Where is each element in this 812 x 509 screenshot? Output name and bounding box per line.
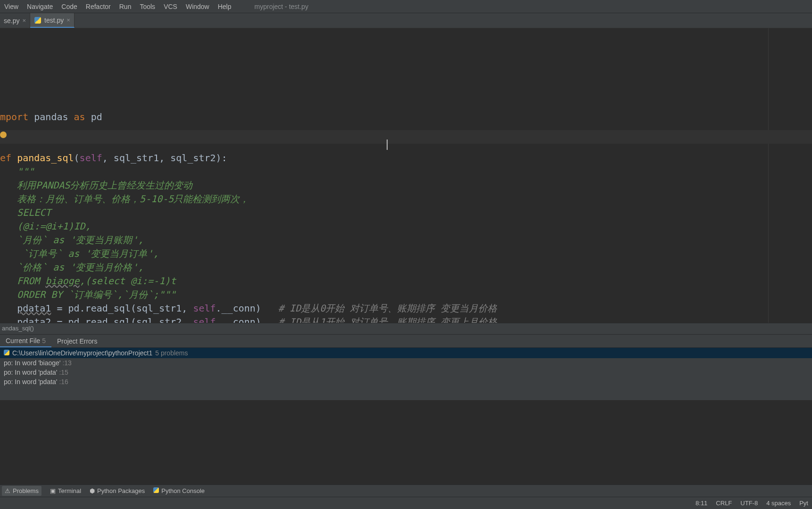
menu-help[interactable]: Help xyxy=(214,1,236,12)
python-file-icon xyxy=(34,16,41,24)
status-encoding[interactable]: UTF-8 xyxy=(740,500,758,507)
status-indent[interactable]: 4 spaces xyxy=(766,500,791,507)
editor-tabs: se.py × test.py × xyxy=(0,13,812,28)
menu-bar: View Navigate Code Refactor Run Tools VC… xyxy=(0,0,812,13)
terminal-icon: ▣ xyxy=(50,487,56,494)
problem-item[interactable]: po: In word 'pdata' :15 xyxy=(0,368,812,377)
packages-icon: ⬢ xyxy=(90,487,95,494)
close-icon[interactable]: × xyxy=(22,17,26,24)
tool-terminal[interactable]: ▣ Terminal xyxy=(50,487,81,494)
code-editor[interactable]: mport pandas as pd ef pandas_sql(self, s… xyxy=(0,28,812,323)
tool-python-console[interactable]: Python Console xyxy=(153,487,205,494)
problems-count-badge: 5 xyxy=(42,337,46,345)
status-bar: 8:11 CRLF UTF-8 4 spaces Pyt xyxy=(0,497,812,509)
tab-label: se.py xyxy=(4,17,19,25)
menu-vcs[interactable]: VCS xyxy=(159,1,182,12)
menu-refactor[interactable]: Refactor xyxy=(82,1,115,12)
menu-run[interactable]: Run xyxy=(115,1,136,12)
breadcrumb[interactable]: andas_sql() xyxy=(0,323,812,334)
status-line-separator[interactable]: CRLF xyxy=(716,500,732,507)
problems-file-count: 5 problems xyxy=(155,349,188,357)
menu-navigate[interactable]: Navigate xyxy=(23,1,57,12)
menu-code[interactable]: Code xyxy=(57,1,81,12)
console-icon xyxy=(153,487,159,494)
problems-icon: ⚠ xyxy=(5,487,10,494)
tool-python-packages[interactable]: ⬢ Python Packages xyxy=(90,487,145,494)
tab-test-py[interactable]: test.py × xyxy=(30,13,75,28)
tool-window-bar: ⚠ Problems ▣ Terminal ⬢ Python Packages … xyxy=(0,484,812,497)
menu-window[interactable]: Window xyxy=(182,1,214,12)
tab-se-py[interactable]: se.py × xyxy=(0,13,30,28)
problems-file-path: C:\Users\lin\OneDrive\myproject\pythonPr… xyxy=(12,349,152,357)
tab-label: test.py xyxy=(44,16,64,24)
menu-view[interactable]: View xyxy=(0,1,23,12)
problems-tabs: Current File 5 Project Errors xyxy=(0,335,812,348)
close-icon[interactable]: × xyxy=(66,16,70,24)
code-content[interactable]: mport pandas as pd ef pandas_sql(self, s… xyxy=(0,110,812,323)
python-file-icon xyxy=(4,349,9,357)
tab-current-file[interactable]: Current File 5 xyxy=(0,335,51,347)
tab-project-errors[interactable]: Project Errors xyxy=(51,335,103,347)
tool-problems[interactable]: ⚠ Problems xyxy=(2,486,41,496)
problem-item[interactable]: po: In word 'biaoge' :13 xyxy=(0,358,812,368)
problem-item[interactable]: po: In word 'pdata' :16 xyxy=(0,377,812,386)
problems-file-row[interactable]: C:\Users\lin\OneDrive\myproject\pythonPr… xyxy=(0,348,812,358)
status-caret-position[interactable]: 8:11 xyxy=(696,500,707,507)
problems-panel: Current File 5 Project Errors C:\Users\l… xyxy=(0,334,812,400)
menu-tools[interactable]: Tools xyxy=(135,1,159,12)
window-title: myproject - test.py xyxy=(255,3,308,10)
status-interpreter[interactable]: Pyt xyxy=(799,500,808,507)
